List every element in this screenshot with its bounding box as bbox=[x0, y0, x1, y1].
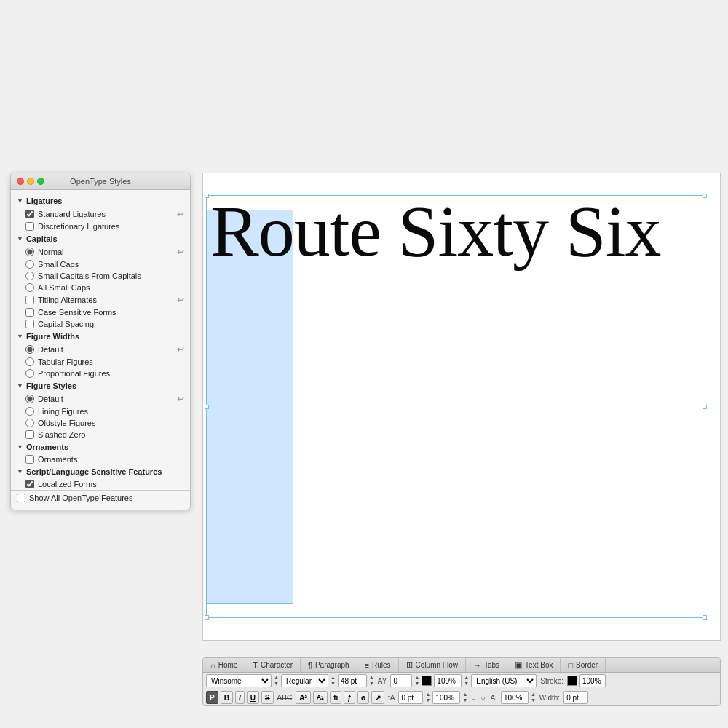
btn-fi[interactable]: fi bbox=[330, 691, 341, 704]
tab-home[interactable]: ⌂ Home bbox=[203, 658, 245, 672]
btn-link[interactable]: ↗ bbox=[371, 691, 384, 704]
radio-small-capitals-from-capitals[interactable] bbox=[25, 272, 34, 280]
item-tabular-figures[interactable]: Tabular Figures bbox=[11, 356, 190, 368]
language-select[interactable]: English (US) bbox=[471, 674, 537, 687]
radio-small-caps[interactable] bbox=[25, 260, 34, 269]
size-stepper[interactable]: ▲▼ bbox=[369, 675, 374, 687]
checkbox-case-sensitive-forms[interactable] bbox=[25, 308, 34, 317]
tab-border[interactable]: □ Border bbox=[561, 658, 606, 672]
tab-paragraph[interactable]: ¶ Paragraph bbox=[301, 658, 357, 672]
baseline-stepper[interactable]: ▲▼ bbox=[425, 692, 430, 703]
opacity-stepper[interactable]: ▲▼ bbox=[464, 675, 469, 687]
item-lining-figures[interactable]: Lining Figures bbox=[11, 405, 190, 417]
abc-label: ABC bbox=[276, 694, 294, 702]
canvas-text[interactable]: Route Sixty Six bbox=[210, 191, 709, 272]
tab-column-flow[interactable]: ⊞ Column Flow bbox=[399, 658, 466, 672]
checkbox-titling-alternates[interactable] bbox=[25, 296, 34, 304]
section-capitals[interactable]: ▼ Capitals bbox=[11, 232, 190, 245]
btn-lig[interactable]: ø bbox=[357, 691, 369, 704]
radio-fs-default[interactable] bbox=[25, 395, 34, 403]
minimize-button[interactable] bbox=[27, 178, 34, 185]
show-all-row[interactable]: Show All OpenType Features bbox=[11, 490, 190, 505]
handle-bottom-left[interactable] bbox=[205, 615, 209, 620]
opacity-input[interactable] bbox=[434, 674, 462, 687]
item-proportional-figures[interactable]: Proportional Figures bbox=[11, 368, 190, 379]
handle-top-left[interactable] bbox=[205, 194, 209, 198]
item-case-sensitive-forms[interactable]: Case Sensitive Forms bbox=[11, 306, 190, 318]
btn-P[interactable]: P bbox=[206, 691, 218, 704]
checkbox-standard-ligatures[interactable] bbox=[25, 210, 34, 218]
item-small-capitals-from-capitals[interactable]: Small Capitals From Capitals bbox=[11, 270, 190, 282]
radio-oldstyle-figures[interactable] bbox=[25, 419, 34, 427]
section-script-language[interactable]: ▼ Script/Language Sensitive Features bbox=[11, 465, 190, 478]
btn-S[interactable]: S bbox=[261, 691, 274, 704]
item-capital-spacing[interactable]: Capital Spacing bbox=[11, 318, 190, 330]
btn-I[interactable]: I bbox=[235, 691, 245, 704]
item-ornaments[interactable]: Ornaments bbox=[11, 454, 190, 465]
radio-lining-figures[interactable] bbox=[25, 407, 34, 416]
style-stepper[interactable]: ▲▼ bbox=[331, 675, 336, 687]
icon-fs-default: ↩ bbox=[177, 394, 184, 404]
section-ornaments[interactable]: ▼ Ornaments bbox=[11, 440, 190, 454]
checkbox-slashed-zero[interactable] bbox=[25, 430, 34, 439]
font-select[interactable]: Winsome bbox=[206, 674, 272, 687]
tab-text-box[interactable]: ▣ Text Box bbox=[507, 658, 561, 672]
tab-rules[interactable]: ≡ Rules bbox=[357, 658, 399, 672]
item-localized-forms[interactable]: Localized Forms bbox=[11, 478, 190, 490]
checkbox-capital-spacing[interactable] bbox=[25, 320, 34, 328]
width-input[interactable] bbox=[563, 691, 588, 704]
size-input[interactable] bbox=[338, 674, 367, 687]
close-button[interactable] bbox=[17, 178, 24, 185]
color-swatch[interactable] bbox=[422, 676, 432, 686]
checkbox-show-all[interactable] bbox=[17, 494, 25, 502]
section-ligatures[interactable]: ▼ Ligatures bbox=[11, 194, 190, 207]
checkbox-discretionary-ligatures[interactable] bbox=[25, 222, 34, 231]
kerning-stepper[interactable]: ▲▼ bbox=[414, 675, 419, 687]
character-icon: T bbox=[253, 661, 258, 670]
radio-fw-default[interactable] bbox=[25, 345, 34, 354]
kerning-input[interactable] bbox=[390, 674, 412, 687]
style-select[interactable]: Regular bbox=[281, 674, 328, 687]
radio-all-small-caps[interactable] bbox=[25, 283, 34, 292]
ai-pct-input[interactable] bbox=[501, 691, 529, 704]
btn-superscript[interactable]: A² bbox=[296, 691, 311, 704]
item-oldstyle-figures[interactable]: Oldstyle Figures bbox=[11, 417, 190, 429]
stroke-pct-input[interactable] bbox=[579, 674, 606, 687]
radio-tabular-figures[interactable] bbox=[25, 357, 34, 366]
radio-normal[interactable] bbox=[25, 248, 34, 256]
baseline-input[interactable] bbox=[398, 691, 423, 704]
item-all-small-caps[interactable]: All Small Caps bbox=[11, 282, 190, 293]
ai-stepper[interactable]: ▲▼ bbox=[531, 692, 536, 703]
handle-bottom-right[interactable] bbox=[703, 615, 707, 620]
item-titling-alternates[interactable]: Titling Alternates ↩ bbox=[11, 293, 190, 306]
item-normal[interactable]: Normal ↩ bbox=[11, 245, 190, 258]
item-small-caps[interactable]: Small Caps bbox=[11, 258, 190, 270]
icon-fw-default: ↩ bbox=[177, 344, 184, 355]
maximize-button[interactable] bbox=[37, 178, 44, 185]
stroke-swatch[interactable] bbox=[567, 676, 577, 686]
item-fs-default[interactable]: Default ↩ bbox=[11, 392, 190, 405]
btn-U[interactable]: U bbox=[247, 691, 259, 704]
label-fw-default: Default bbox=[38, 345, 174, 354]
btn-frac[interactable]: ƒ bbox=[344, 691, 355, 704]
btn-B[interactable]: B bbox=[221, 691, 233, 704]
btn-subscript[interactable]: A₂ bbox=[313, 691, 328, 704]
section-figure-widths[interactable]: ▼ Figure Widths bbox=[11, 330, 190, 343]
section-figure-styles[interactable]: ▼ Figure Styles bbox=[11, 379, 190, 392]
handle-middle-right[interactable] bbox=[703, 405, 707, 409]
item-standard-ligatures[interactable]: Standard Ligatures ↩ bbox=[11, 207, 190, 221]
checkbox-ornaments[interactable] bbox=[25, 455, 34, 464]
handle-middle-left[interactable] bbox=[205, 405, 209, 409]
tab-character[interactable]: T Character bbox=[245, 658, 301, 672]
item-slashed-zero[interactable]: Slashed Zero bbox=[11, 429, 190, 440]
scale-input[interactable] bbox=[432, 691, 460, 704]
scale-stepper[interactable]: ▲▼ bbox=[462, 692, 467, 703]
tab-rules-label: Rules bbox=[372, 661, 391, 669]
item-discretionary-ligatures[interactable]: Discretionary Ligatures bbox=[11, 221, 190, 232]
icon-standard-ligatures: ↩ bbox=[177, 209, 184, 219]
radio-proportional-figures[interactable] bbox=[25, 369, 34, 378]
tab-tabs[interactable]: → Tabs bbox=[466, 658, 507, 672]
checkbox-localized-forms[interactable] bbox=[25, 480, 34, 488]
font-stepper[interactable]: ▲▼ bbox=[274, 675, 279, 687]
item-fw-default[interactable]: Default ↩ bbox=[11, 343, 190, 356]
